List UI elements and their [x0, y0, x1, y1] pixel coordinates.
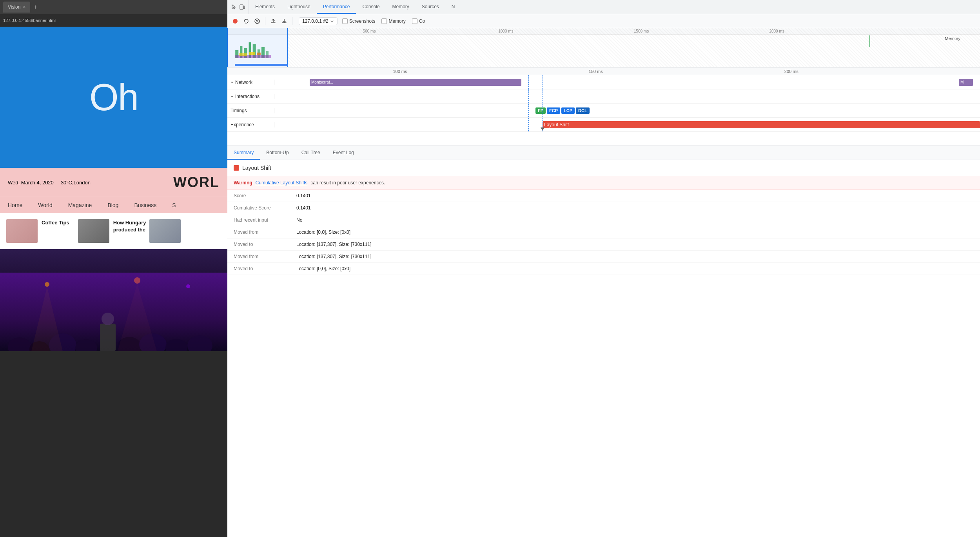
cumulative-label: Cumulative Score: [234, 205, 296, 211]
montserrat-bar[interactable]: Montserrat...: [310, 79, 521, 86]
profile-selector[interactable]: 127.0.0.1 #2: [299, 17, 338, 25]
timeline-overview[interactable]: 500 ms 1000 ms 1500 ms 2000 ms: [227, 28, 980, 67]
tab-more[interactable]: N: [445, 0, 461, 14]
event-log-tab-label: Event Log: [333, 150, 354, 155]
svg-point-11: [45, 282, 49, 287]
device-icon[interactable]: [239, 4, 245, 10]
nav-s[interactable]: S: [172, 202, 176, 208]
memory-checkbox[interactable]: Memory: [381, 18, 405, 24]
nav-world[interactable]: World: [38, 202, 52, 208]
timings-label-text: Timings: [230, 108, 247, 113]
expand-icon-interactions[interactable]: [230, 95, 234, 98]
reload-button[interactable]: [241, 16, 251, 26]
browser-tab[interactable]: Vision ×: [3, 2, 30, 13]
tab-lighthouse[interactable]: Lighthouse: [281, 0, 317, 14]
devtools-tabs: Elements Lighthouse Performance Console …: [227, 0, 980, 14]
lcp-badge[interactable]: LCP: [561, 107, 575, 114]
nav-home[interactable]: Home: [8, 202, 22, 208]
tab-event-log[interactable]: Event Log: [327, 146, 360, 160]
analysis-content[interactable]: Layout Shift Warning Cumulative Layout S…: [227, 160, 980, 537]
warning-label: Warning: [234, 180, 252, 186]
download-button[interactable]: [279, 16, 289, 26]
tab-console[interactable]: Console: [356, 0, 386, 14]
warning-banner: Warning Cumulative Layout Shifts can res…: [227, 176, 980, 190]
timeline-selection[interactable]: [227, 28, 288, 67]
moved-from-1-value: Location: [0,0], Size: [0x0]: [296, 229, 350, 235]
tick-150ms: 150 ms: [589, 69, 603, 74]
new-tab-icon[interactable]: +: [33, 4, 37, 11]
summary-tab-label: Summary: [234, 150, 254, 155]
svg-rect-17: [243, 6, 245, 9]
concert-image: [0, 249, 227, 351]
layout-shift-bar[interactable]: Layout Shift: [543, 121, 980, 128]
timing-badges: FP FCP LCP DCL: [535, 107, 590, 114]
tab-performance[interactable]: Performance: [317, 0, 356, 14]
warning-link[interactable]: Cumulative Layout Shifts: [256, 180, 308, 186]
hero-section: Oh: [0, 27, 227, 168]
tab-sources[interactable]: Sources: [416, 0, 445, 14]
moved-from-2-value: Location: [137,307], Size: [730x111]: [296, 254, 371, 259]
dcl-badge[interactable]: DCL: [576, 107, 590, 114]
fp-badge[interactable]: FP: [535, 107, 546, 114]
browser-tab-bar: Vision × +: [0, 0, 227, 14]
svg-rect-16: [240, 5, 243, 9]
timings-dashed-1: [528, 104, 529, 117]
network-bar-m-label: M: [960, 80, 964, 84]
toolbar-separator-2: [292, 17, 292, 25]
timings-dashed-2: [543, 104, 543, 117]
timings-label: Timings: [227, 108, 274, 113]
score-value: 0.1401: [296, 193, 311, 198]
interactions-dashed-2: [543, 89, 543, 103]
svg-point-6: [102, 313, 114, 325]
detail-timeline[interactable]: 100 ms 150 ms 200 ms Network Montserrat.…: [227, 67, 980, 146]
tab-elements[interactable]: Elements: [249, 0, 281, 14]
tab-bottom-up[interactable]: Bottom-Up: [260, 146, 295, 160]
dashed-line-1: [528, 75, 529, 89]
moved-from-1-row: Moved from Location: [0,0], Size: [0x0]: [227, 226, 980, 238]
tab-call-tree[interactable]: Call Tree: [295, 146, 327, 160]
address-text: 127.0.0.1:4556/banner.html: [3, 18, 56, 23]
warning-text: can result in poor user experiences.: [310, 180, 385, 186]
interactions-label-text: Interactions: [235, 94, 260, 99]
date-text: Wed, March 4, 2020: [8, 180, 54, 186]
fcp-badge[interactable]: FCP: [547, 107, 560, 114]
timeline-scrollbar[interactable]: [235, 64, 287, 66]
timeline-hatched: [288, 28, 980, 67]
cursor-icon[interactable]: [230, 4, 237, 10]
co-checkbox-box[interactable]: [412, 18, 417, 24]
analysis-tabs: Summary Bottom-Up Call Tree Event Log: [227, 146, 980, 160]
interactions-label[interactable]: Interactions: [227, 94, 274, 99]
network-label[interactable]: Network: [227, 80, 274, 85]
tick-200ms: 200 ms: [784, 69, 799, 74]
tab-close-icon[interactable]: ×: [23, 4, 25, 10]
experience-label: Experience: [227, 122, 274, 127]
svg-point-13: [186, 284, 190, 288]
recent-input-row: Had recent input No: [227, 214, 980, 226]
svg-point-12: [134, 277, 140, 284]
news-card-1: Coffee Tips: [6, 219, 78, 243]
interactions-content: [274, 89, 980, 103]
nav-magazine[interactable]: Magazine: [68, 202, 92, 208]
record-button[interactable]: [230, 16, 240, 26]
tab-summary[interactable]: Summary: [227, 146, 260, 160]
timings-content: FP FCP LCP DCL: [274, 104, 980, 117]
timeline-rows: Network Montserrat... M: [227, 75, 980, 146]
network-bar-m[interactable]: M: [959, 79, 973, 86]
co-label: Co: [419, 18, 425, 24]
svg-point-18: [233, 19, 238, 24]
nav-business[interactable]: Business: [134, 202, 156, 208]
screenshots-checkbox-box[interactable]: [342, 18, 348, 24]
screenshots-checkbox[interactable]: Screenshots: [342, 18, 376, 24]
memory-checkbox-box[interactable]: [381, 18, 387, 24]
tab-memory[interactable]: Memory: [386, 0, 415, 14]
score-label: Score: [234, 193, 296, 198]
call-tree-tab-label: Call Tree: [301, 150, 320, 155]
expand-icon-network[interactable]: [230, 81, 234, 84]
news-cards: Coffee Tips How Hungary produced the: [0, 213, 227, 249]
news-card-3: [149, 219, 221, 243]
nav-blog[interactable]: Blog: [107, 202, 118, 208]
co-checkbox[interactable]: Co: [412, 18, 425, 24]
bottom-up-tab-label: Bottom-Up: [266, 150, 289, 155]
upload-button[interactable]: [269, 16, 278, 26]
clear-button[interactable]: [252, 16, 262, 26]
